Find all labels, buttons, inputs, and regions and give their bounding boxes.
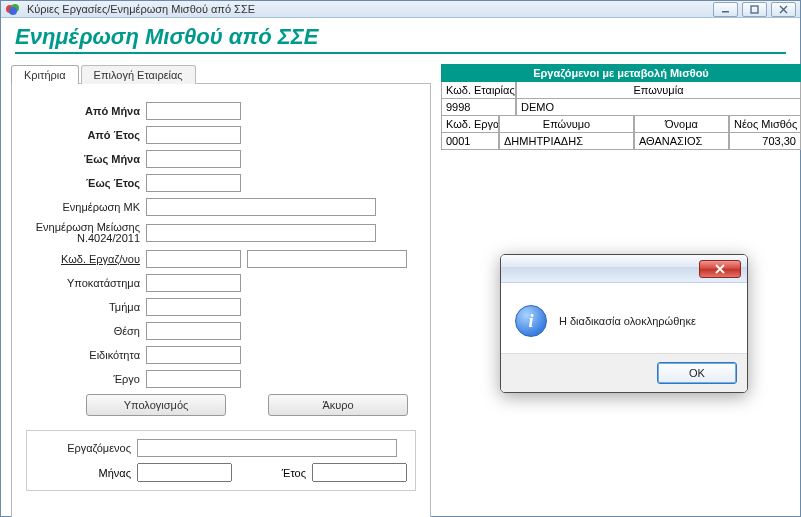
input-sum-month[interactable] [137,463,232,482]
label-to-month: Έως Μήνα [26,153,146,165]
summary-group: Εργαζόμενος Μήνας Έτος [26,430,416,491]
table-row[interactable]: 0001 ΔΗΜΗΤΡΙΑΔΗΣ ΑΘΑΝΑΣΙΟΣ 703,30 [441,133,801,150]
cancel-button[interactable]: Άκυρο [268,394,408,416]
input-to-year[interactable] [146,174,241,192]
info-dialog: i Η διαδικασία ολοκληρώθηκε OK [500,254,748,393]
input-position[interactable] [146,322,241,340]
label-sum-month: Μήνας [37,467,137,479]
cell-name: ΑΘΑΝΑΣΙΟΣ [634,133,729,150]
input-specialty[interactable] [146,346,241,364]
svg-rect-4 [751,6,758,13]
tab-strip: Κριτήρια Επιλογή Εταιρείας [11,64,431,83]
input-update-reduction[interactable] [146,224,376,242]
titlebar: Κύριες Εργασίες/Ενημέρωση Μισθού από ΣΣΕ [1,1,800,18]
table-caption: Εργαζόμενοι με μεταβολή Μισθού [441,64,801,82]
hdr-surname: Επώνυμο [499,116,634,133]
result-table: Εργαζόμενοι με μεταβολή Μισθού Κωδ. Εται… [441,64,801,150]
input-project[interactable] [146,370,241,388]
input-update-mk[interactable] [146,198,376,216]
input-sum-employee[interactable] [137,439,397,457]
dialog-message: Η διαδικασία ολοκληρώθηκε [559,315,696,327]
cell-new-salary: 703,30 [729,133,801,150]
input-emp-name[interactable] [247,250,407,268]
hdr-emp-code: Κωδ. Εργαζ. [441,116,499,133]
dialog-titlebar [501,255,747,283]
maximize-button[interactable] [742,2,767,17]
page-header: Ενημέρωση Μισθού από ΣΣΕ [1,18,800,58]
dialog-footer: OK [501,353,747,392]
cell-emp-code: 0001 [441,133,499,150]
input-branch[interactable] [146,274,241,292]
ok-button[interactable]: OK [657,362,737,384]
dialog-body: i Η διαδικασία ολοκληρώθηκε [501,283,747,353]
hdr-new-salary: Νέος Μισθός [729,116,801,133]
label-specialty: Ειδικότητα [26,349,146,361]
label-position: Θέση [26,325,146,337]
hdr-name: Όνομα [634,116,729,133]
svg-rect-3 [722,11,729,13]
hdr-company-name: Επωνυμία [516,82,801,99]
input-emp-code[interactable] [146,250,241,268]
svg-point-2 [9,7,17,15]
input-from-month[interactable] [146,102,241,120]
app-icon [5,1,21,17]
calc-button[interactable]: Υπολογισμός [86,394,226,416]
label-update-mk: Ενημέρωση ΜΚ [26,201,146,213]
window-title: Κύριες Εργασίες/Ενημέρωση Μισθού από ΣΣΕ [27,3,707,15]
input-department[interactable] [146,298,241,316]
label-project: Έργο [26,373,146,385]
label-emp-code: Κωδ. Εργαζ/νου [26,253,146,265]
cell-company-code: 9998 [441,99,516,116]
label-from-year: Από Έτος [26,129,146,141]
tab-company[interactable]: Επιλογή Εταιρείας [81,65,196,84]
minimize-button[interactable] [713,2,738,17]
info-icon: i [515,305,547,337]
label-from-month: Από Μήνα [26,105,146,117]
window-buttons [713,2,796,17]
label-sum-employee: Εργαζόμενος [37,442,137,454]
label-update-reduction: Ενημέρωση Μείωσης Ν.4024/2011 [26,222,146,244]
close-button[interactable] [771,2,796,17]
label-department: Τμήμα [26,301,146,313]
input-sum-year[interactable] [312,463,407,482]
page-title: Ενημέρωση Μισθού από ΣΣΕ [15,24,786,54]
label-branch: Υποκατάστημα [26,277,146,289]
dialog-close-button[interactable] [699,260,741,278]
tab-criteria[interactable]: Κριτήρια [11,65,79,84]
cell-surname: ΔΗΜΗΤΡΙΑΔΗΣ [499,133,634,150]
hdr-company-code: Κωδ. Εταιρίας [441,82,516,99]
left-panel: Κριτήρια Επιλογή Εταιρείας Από Μήνα Από … [11,64,431,517]
input-from-year[interactable] [146,126,241,144]
label-to-year: Έως Έτος [26,177,146,189]
cell-company-name: DEMO [516,99,801,116]
input-to-month[interactable] [146,150,241,168]
tab-body: Από Μήνα Από Έτος Έως Μήνα Έως Έτος Ενημ… [11,83,431,517]
label-sum-year: Έτος [232,467,312,479]
